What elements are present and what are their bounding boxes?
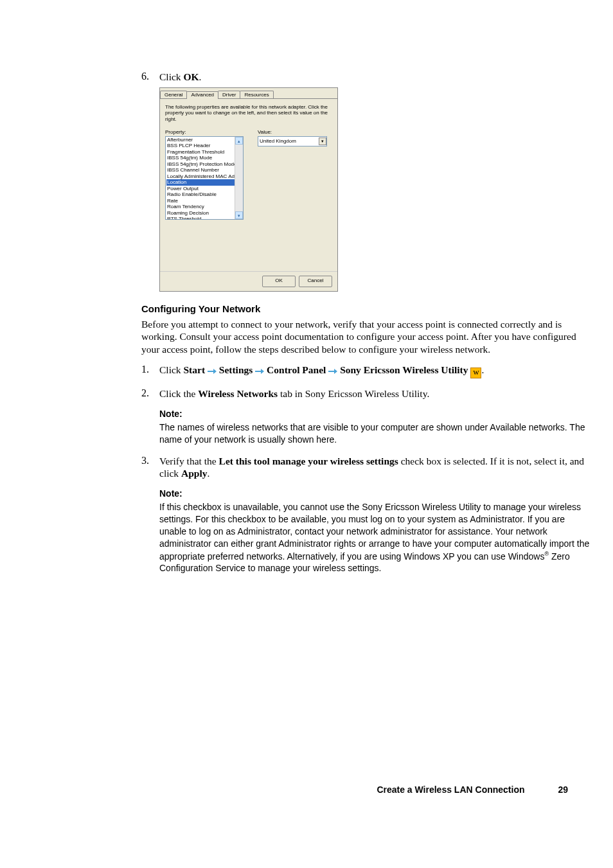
wireless-utility-icon: w <box>470 368 481 378</box>
list-item[interactable]: IBSS Channel Number <box>166 167 243 173</box>
scroll-up-icon[interactable]: ▴ <box>235 137 243 145</box>
step-number: 6. <box>141 71 159 84</box>
paragraph-config: Before you attempt to connect to your ne… <box>141 318 594 356</box>
list-item[interactable]: Roaming Decision <box>166 210 243 217</box>
scrollbar[interactable]: ▴ ▾ <box>235 137 243 219</box>
page-number: 29 <box>558 784 568 795</box>
list-item[interactable]: Locally Administered MAC Address <box>166 173 243 180</box>
list-item[interactable]: IBSS 54g(tm) Mode <box>166 155 243 161</box>
step-2: 2. Click the Wireless Networks tab in So… <box>141 387 594 403</box>
step-3: 3. Verify that the Let this tool manage … <box>141 455 594 483</box>
property-label: Property: <box>165 129 244 135</box>
properties-dialog: General Advanced Driver Resources The fo… <box>159 87 338 292</box>
value-label: Value: <box>258 129 332 135</box>
step-text: Verify that the Let this tool manage you… <box>159 455 594 481</box>
value-dropdown[interactable]: United Kingdom ▾ <box>258 136 327 146</box>
note-body: If this checkbox is unavailable, you can… <box>159 501 594 574</box>
arrow-right-icon <box>255 368 264 375</box>
list-item[interactable]: Afterburner <box>166 137 243 143</box>
step-6: 6. Click OK. <box>141 71 594 84</box>
note-body: The names of wireless networks that are … <box>159 421 594 446</box>
svg-marker-3 <box>261 369 264 374</box>
list-item[interactable]: Radio Enable/Disable <box>166 191 243 198</box>
step-text: Click Start Settings Control Panel Sony … <box>159 364 594 378</box>
list-item[interactable]: Power Output <box>166 186 243 192</box>
arrow-right-icon <box>328 368 337 375</box>
note-block: Note: If this checkbox is unavailable, y… <box>159 488 594 574</box>
step-text: Click the Wireless Networks tab in Sony … <box>159 387 594 400</box>
step-text: Click OK. <box>159 71 594 84</box>
chevron-down-icon[interactable]: ▾ <box>319 137 326 145</box>
tab-advanced[interactable]: Advanced <box>186 91 218 99</box>
cancel-button[interactable]: Cancel <box>299 276 332 287</box>
list-item[interactable]: Fragmentation Threshold <box>166 149 243 155</box>
list-item[interactable]: Rate <box>166 198 243 204</box>
list-item[interactable]: IBSS 54g(tm) Protection Mode <box>166 161 243 168</box>
step-number: 1. <box>141 364 159 384</box>
list-item[interactable]: BSS PLCP Header <box>166 143 243 149</box>
property-listbox[interactable]: Afterburner BSS PLCP Header Fragmentatio… <box>165 136 244 220</box>
svg-marker-1 <box>213 369 217 374</box>
ok-button[interactable]: OK <box>262 276 296 287</box>
svg-marker-5 <box>334 369 337 374</box>
arrow-right-icon <box>208 368 217 375</box>
list-item[interactable]: Roam Tendency <box>166 204 243 210</box>
list-item-selected[interactable]: Location <box>166 179 243 186</box>
scroll-down-icon[interactable]: ▾ <box>235 211 243 219</box>
value-selected: United Kingdom <box>260 138 296 144</box>
page-footer: Create a Wireless LAN Connection 29 <box>377 784 568 795</box>
list-item[interactable]: RTS Threshold <box>166 216 243 220</box>
step-1: 1. Click Start Settings Control Panel So… <box>141 364 594 384</box>
tab-driver[interactable]: Driver <box>218 91 240 98</box>
footer-title: Create a Wireless LAN Connection <box>377 784 524 795</box>
tab-general[interactable]: General <box>160 91 187 98</box>
dialog-description: The following properties are available f… <box>165 104 332 123</box>
tab-resources[interactable]: Resources <box>240 91 273 98</box>
step-number: 2. <box>141 387 159 403</box>
note-title: Note: <box>159 488 594 500</box>
step-number: 3. <box>141 455 159 483</box>
note-title: Note: <box>159 408 594 420</box>
note-block: Note: The names of wireless networks tha… <box>159 408 594 446</box>
tab-bar: General Advanced Driver Resources <box>160 88 337 98</box>
heading-configuring: Configuring Your Network <box>141 303 594 314</box>
